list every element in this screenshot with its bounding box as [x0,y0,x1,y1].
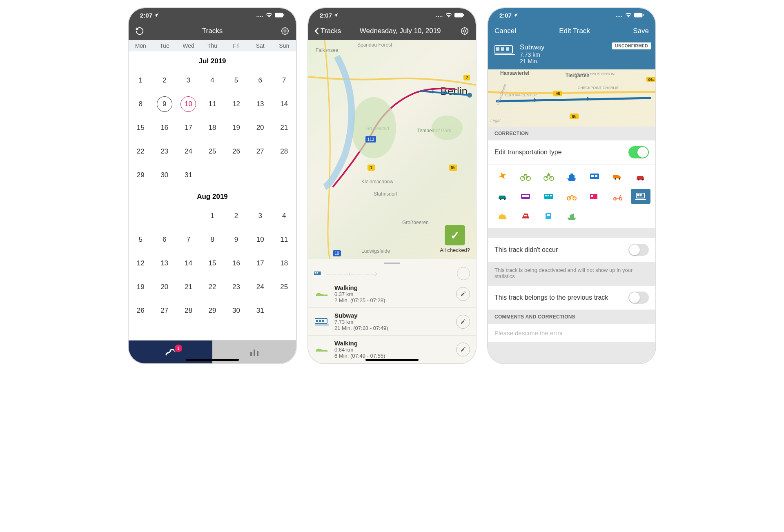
transport-ebike[interactable] [539,169,559,184]
calendar-day[interactable]: 17 [176,116,200,140]
calendar-day[interactable]: 3 [176,69,200,92]
calendar-day[interactable]: 22 [129,140,153,163]
calendar-day[interactable]: 23 [153,140,177,163]
calendar-day[interactable]: 30 [224,299,248,323]
calendar-day[interactable]: 5 [224,69,248,92]
calendar-day[interactable]: 3 [248,204,272,228]
calendar-day[interactable]: 18 [272,252,296,275]
edit-button[interactable] [456,343,470,356]
calendar-day[interactable]: 16 [153,116,177,140]
calendar-day[interactable]: 20 [248,116,272,140]
map-view[interactable]: Berlin Falkensee Spandau Forest Grunewal… [308,40,476,259]
edit-button[interactable] [456,287,470,301]
transport-train[interactable] [516,209,535,223]
transport-ship[interactable] [562,169,581,184]
calendar-day[interactable]: 1 [129,69,153,92]
calendar-day[interactable]: 21 [176,275,200,299]
settings-button[interactable] [280,26,290,36]
calendar-day[interactable]: 31 [176,163,200,187]
transport-taxi[interactable] [493,209,512,223]
calendar-day[interactable]: 26 [129,299,153,323]
belongs-prev-toggle[interactable] [628,292,649,304]
cancel-button[interactable]: Cancel [494,27,516,35]
calendar-day[interactable]: 2 [224,204,248,228]
calendar-day[interactable]: 25 [272,275,296,299]
calendar-day[interactable]: 11 [272,228,296,252]
transport-tram[interactable] [539,209,559,223]
transport-scooter[interactable] [608,189,627,204]
calendar-day[interactable]: 28 [176,299,200,323]
transport-car[interactable] [631,169,650,184]
calendar-day[interactable]: 27 [248,140,272,163]
back-button[interactable]: Tracks [314,27,341,35]
calendar-day[interactable]: 9 [224,228,248,252]
edit-button[interactable] [456,315,470,329]
track-row[interactable]: Walking0.37 km2 Min. (07:25 - 07:28) [308,280,476,308]
calendar-day[interactable]: 8 [200,228,225,252]
transport-coach[interactable] [539,189,559,204]
calendar-day[interactable]: 4 [200,69,225,92]
calendar-day[interactable]: 22 [200,275,225,299]
calendar-day[interactable]: 8 [129,92,153,116]
calendar-scroll[interactable]: Jul 2019 1234567891011121314151617181920… [129,51,296,340]
calendar-day[interactable]: 13 [248,92,272,116]
refresh-button[interactable] [134,26,145,36]
tracks-sheet[interactable]: — — — — (—:— - —:—) Walking0.37 km2 Min.… [308,259,476,363]
calendar-day[interactable]: 12 [129,252,153,275]
transport-bus[interactable] [585,169,604,184]
all-checked-button[interactable]: ✓ All checked? [440,225,470,253]
transport-car2[interactable] [493,189,512,204]
transport-moto[interactable] [562,189,581,204]
calendar-day[interactable]: 14 [176,252,200,275]
calendar-day[interactable]: 2 [153,69,177,92]
calendar-day[interactable]: 14 [272,92,296,116]
calendar-day[interactable]: 7 [176,228,200,252]
calendar-day[interactable]: 20 [153,275,177,299]
calendar-day[interactable]: 1 [200,204,225,228]
home-indicator[interactable] [365,359,419,361]
calendar-day[interactable]: 15 [200,252,225,275]
calendar-day[interactable]: 28 [272,140,296,163]
transport-rv[interactable] [585,189,604,204]
calendar-day[interactable]: 27 [153,299,177,323]
calendar-day[interactable]: 9 [153,92,177,116]
calendar-day[interactable]: 15 [129,116,153,140]
calendar-day[interactable]: 31 [248,299,272,323]
calendar-day[interactable]: 24 [248,275,272,299]
calendar-day[interactable]: 11 [200,92,225,116]
calendar-day[interactable]: 29 [200,299,225,323]
transport-boat[interactable] [562,209,581,223]
transport-van[interactable] [608,169,627,184]
track-row[interactable]: Subway7.73 km21 Min. (07:28 - 07:49) [308,308,476,336]
transport-bike[interactable] [516,169,535,184]
calendar-day[interactable]: 17 [248,252,272,275]
calendar-day[interactable]: 30 [153,163,177,187]
calendar-day[interactable]: 19 [129,275,153,299]
calendar-day[interactable]: 5 [129,228,153,252]
didnt-occur-toggle[interactable] [628,244,649,256]
calendar-day[interactable]: 23 [224,275,248,299]
calendar-day[interactable]: 4 [272,204,296,228]
calendar-day[interactable]: 24 [176,140,200,163]
calendar-day[interactable]: 21 [272,116,296,140]
calendar-day[interactable]: 29 [129,163,153,187]
sheet-grabber[interactable] [384,263,400,264]
home-indicator[interactable] [186,359,239,361]
map-view[interactable]: 96 96 96a Hansaviertel Tiergarten KONZER… [488,69,655,127]
edit-type-toggle[interactable] [628,146,649,158]
calendar-day[interactable]: 13 [153,252,177,275]
calendar-day[interactable]: 25 [200,140,225,163]
calendar-day[interactable]: 19 [224,116,248,140]
error-description-input[interactable]: Please describe the error [488,324,655,342]
calendar-day[interactable]: 10 [248,228,272,252]
calendar-day[interactable]: 10 [176,92,200,116]
transport-subway[interactable] [631,189,650,204]
save-button[interactable]: Save [633,27,649,35]
transport-bus2[interactable] [516,189,535,204]
calendar-day[interactable]: 6 [153,228,177,252]
calendar-day[interactable]: 12 [224,92,248,116]
calendar-day[interactable]: 16 [224,252,248,275]
track-row-partial[interactable]: — — — — (—:— - —:—) [308,267,476,280]
calendar-day[interactable]: 18 [200,116,225,140]
calendar-day[interactable]: 26 [224,140,248,163]
